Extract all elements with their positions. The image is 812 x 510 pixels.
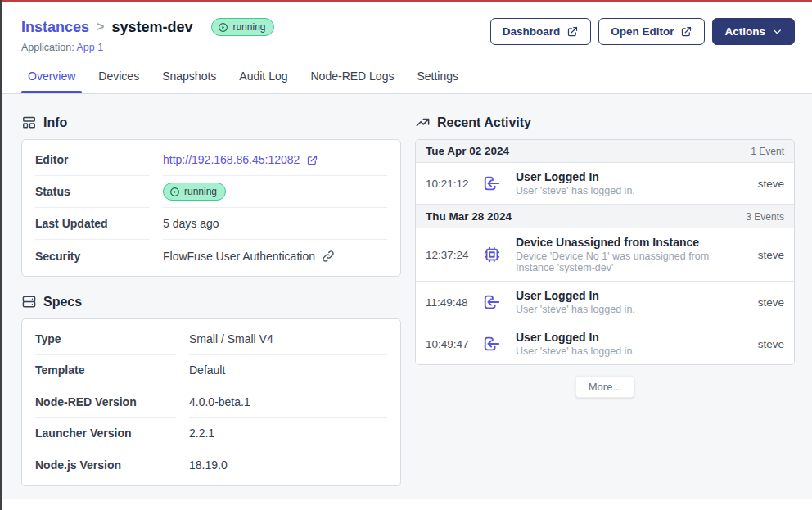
status-badge: running xyxy=(163,183,226,201)
specs-heading: Specs xyxy=(21,294,401,309)
info-row-security: Security FlowFuse User Authentication xyxy=(35,240,387,272)
status-badge-label: running xyxy=(184,186,217,197)
activity-group-count: 3 Events xyxy=(746,211,784,223)
event-user: steve xyxy=(758,338,784,350)
specs-nodejs-version-value: 18.19.0 xyxy=(189,449,387,481)
more-button[interactable]: More... xyxy=(575,376,634,398)
application-label: Application: xyxy=(21,42,74,53)
actions-button-label: Actions xyxy=(724,25,765,38)
activity-event-row: 12:37:24 Device Unassigned from Instance… xyxy=(416,228,794,282)
login-icon xyxy=(483,293,501,311)
activity-card: Tue Apr 02 2024 1 Event 10:21:12 User Lo… xyxy=(415,139,795,365)
play-circle-icon xyxy=(218,22,228,33)
application-link[interactable]: App 1 xyxy=(76,42,103,53)
activity-group-date: Tue Apr 02 2024 xyxy=(426,145,509,157)
chevron-down-icon xyxy=(772,26,783,37)
info-security-value: FlowFuse User Authentication xyxy=(163,250,315,263)
header-buttons: Dashboard Open Editor Actions xyxy=(490,18,795,45)
event-time: 10:49:47 xyxy=(426,338,473,350)
dashboard-button-label: Dashboard xyxy=(503,25,561,38)
info-heading: Info xyxy=(21,115,401,130)
open-editor-button[interactable]: Open Editor xyxy=(598,18,705,45)
activity-event-row: 11:49:48 User Logged In User 'steve' has… xyxy=(416,282,794,323)
play-circle-icon xyxy=(169,187,180,197)
activity-group-header: Tue Apr 02 2024 1 Event xyxy=(416,140,794,163)
specs-row-nodejs-version: Node.js Version 18.19.0 xyxy=(35,449,387,481)
event-description: Device 'Device No 1' was unassigned from… xyxy=(516,250,740,273)
info-security-label: Security xyxy=(35,240,150,272)
specs-title: Specs xyxy=(43,295,82,309)
specs-template-value: Default xyxy=(189,355,387,387)
info-title: Info xyxy=(43,115,67,130)
dashboard-button[interactable]: Dashboard xyxy=(490,18,592,45)
info-last-updated-label: Last Updated xyxy=(35,208,150,240)
login-icon xyxy=(483,335,501,353)
info-editor-label: Editor xyxy=(35,144,150,176)
status-badge-label: running xyxy=(232,21,265,33)
specs-node-red-version-value: 4.0.0-beta.1 xyxy=(189,386,387,418)
specs-row-template: Template Default xyxy=(35,355,387,387)
activity-group-count: 1 Event xyxy=(751,146,784,157)
event-description: User 'steve' has logged in. xyxy=(516,304,740,315)
activity-event-row: 10:49:47 User Logged In User 'steve' has… xyxy=(416,323,794,364)
external-link-icon xyxy=(680,25,692,38)
activity-group-date: Thu Mar 28 2024 xyxy=(426,210,512,223)
event-user: steve xyxy=(758,249,784,261)
info-row-last-updated: Last Updated 5 days ago xyxy=(35,208,387,240)
specs-row-node-red-version: Node-RED Version 4.0.0-beta.1 xyxy=(35,386,387,418)
editor-url: http://192.168.86.45:12082 xyxy=(163,153,300,166)
external-link-icon xyxy=(566,25,579,38)
activity-event-row: 10:21:12 User Logged In User 'steve' has… xyxy=(416,163,794,205)
main-content: Info Editor http://192.168.86.45:12082 S… xyxy=(0,94,812,499)
left-column: Info Editor http://192.168.86.45:12082 S… xyxy=(21,115,401,486)
event-title: User Logged In xyxy=(516,170,740,183)
info-row-status: Status running xyxy=(35,176,387,208)
info-status-label: Status xyxy=(35,176,150,208)
page-title: system-dev xyxy=(111,19,192,36)
event-time: 11:49:48 xyxy=(426,296,473,309)
specs-launcher-version-label: Launcher Version xyxy=(35,418,176,450)
window-left-edge xyxy=(0,0,2,510)
tab-bar: Overview Devices Snapshots Audit Log Nod… xyxy=(21,70,795,93)
specs-template-label: Template xyxy=(35,355,176,387)
template-icon xyxy=(21,115,37,130)
event-description: User 'steve' has logged in. xyxy=(516,185,740,196)
actions-button[interactable]: Actions xyxy=(712,18,795,45)
server-icon xyxy=(21,294,37,309)
open-editor-button-label: Open Editor xyxy=(611,25,674,38)
info-last-updated-value: 5 days ago xyxy=(163,208,387,240)
info-row-editor: Editor http://192.168.86.45:12082 xyxy=(35,144,387,176)
trending-up-icon xyxy=(415,115,431,130)
event-description: User 'steve' has logged in. xyxy=(516,345,740,357)
external-link-icon xyxy=(306,154,318,166)
window-top-edge xyxy=(0,0,812,2)
editor-url-link[interactable]: http://192.168.86.45:12082 xyxy=(163,153,318,166)
tab-node-red-logs[interactable]: Node-RED Logs xyxy=(311,70,395,93)
tab-snapshots[interactable]: Snapshots xyxy=(162,70,216,93)
recent-activity-heading: Recent Activity xyxy=(415,115,795,130)
tab-audit-log[interactable]: Audit Log xyxy=(239,70,287,93)
activity-group-header: Thu Mar 28 2024 3 Events xyxy=(416,205,794,228)
specs-type-value: Small / Small V4 xyxy=(189,323,387,355)
tab-overview[interactable]: Overview xyxy=(28,70,75,93)
application-row: Application: App 1 xyxy=(21,42,274,53)
tab-devices[interactable]: Devices xyxy=(98,70,139,93)
specs-card: Type Small / Small V4 Template Default N… xyxy=(21,318,401,486)
event-title: User Logged In xyxy=(516,289,740,302)
event-title: Device Unassigned from Instance xyxy=(516,236,740,249)
breadcrumb-instances-link[interactable]: Instances xyxy=(21,19,89,36)
tab-settings[interactable]: Settings xyxy=(417,70,458,93)
specs-row-launcher-version: Launcher Version 2.2.1 xyxy=(35,418,387,450)
event-time: 10:21:12 xyxy=(426,178,473,190)
page-header: Instances > system-dev running Applicati… xyxy=(0,0,812,94)
link-icon[interactable] xyxy=(322,250,335,263)
event-user: steve xyxy=(758,178,784,190)
login-icon xyxy=(483,174,501,192)
specs-nodejs-version-label: Node.js Version xyxy=(35,449,176,481)
breadcrumb-separator: > xyxy=(97,20,104,34)
specs-type-label: Type xyxy=(35,323,176,355)
event-user: steve xyxy=(758,296,784,309)
event-time: 12:37:24 xyxy=(426,249,473,261)
chip-icon xyxy=(483,246,501,264)
specs-node-red-version-label: Node-RED Version xyxy=(35,386,176,418)
